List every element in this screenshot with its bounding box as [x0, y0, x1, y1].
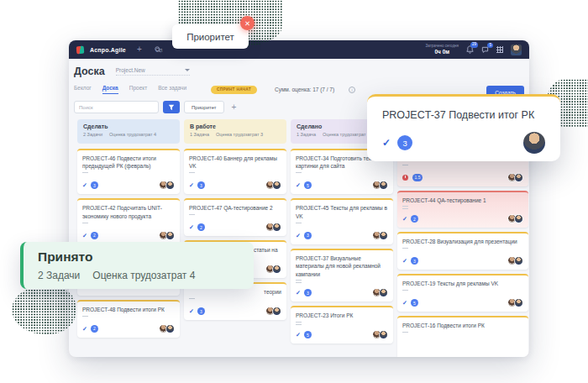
tab-board[interactable]: Доска — [102, 85, 118, 94]
apps-grid-icon[interactable] — [496, 46, 503, 53]
column-task-count: 1 Задача — [190, 132, 209, 137]
assignee-avatars — [265, 265, 281, 274]
add-filter-icon[interactable]: + — [232, 103, 237, 112]
tab-backlog[interactable]: Беклог — [74, 85, 92, 94]
task-card[interactable]: PROJECT-46 Подвести итоги предыдущей РК … — [77, 149, 180, 194]
funnel-icon — [168, 104, 175, 111]
page-title: Доска — [74, 66, 105, 77]
column-estimate: Оценка трудозатрат 4 — [109, 132, 156, 137]
nav-menu-item-partial[interactable]: Сп — [155, 47, 162, 53]
assignee-avatars — [265, 223, 281, 232]
task-card[interactable]: PROJECT-23 Итоги РК✓5 — [291, 306, 393, 344]
top-navbar: Аспро.Agile + Сп Затрачено сегодня 0ч 0м… — [69, 40, 529, 59]
assignee-avatars — [507, 256, 523, 265]
board-column: Сделать2 ЗадачиОценка трудозатрат 4PROJE… — [77, 119, 180, 342]
priority-filter-chip[interactable]: Приоритет — [184, 101, 224, 113]
task-title: PROJECT-23 Итоги РК — [296, 312, 388, 319]
tab-project[interactable]: Проект — [129, 85, 147, 94]
task-title: PROJECT-37 Подвести итог РК — [382, 109, 545, 121]
description-icon — [189, 172, 195, 176]
sprint-status-badge: СПРИНТ НАЧАТ — [211, 86, 257, 94]
close-icon[interactable]: ✕ — [240, 16, 255, 30]
task-title: PROJECT-16 Подвести итоги РК — [402, 322, 523, 329]
description-icon — [296, 322, 302, 326]
avatar — [379, 231, 388, 240]
check-icon: ✓ — [82, 233, 87, 239]
estimate-badge: 3 — [197, 307, 205, 315]
task-card[interactable]: PROJECT-28 Визуализация для презентации✓… — [397, 232, 528, 270]
task-title: PROJECT-45 Тексты для рекламы в VK — [296, 204, 388, 220]
check-icon: ✓ — [402, 300, 407, 306]
check-icon: ✓ — [296, 233, 301, 239]
description-icon — [402, 206, 408, 210]
description-icon — [296, 172, 302, 176]
task-title: PROJECT-44 QA-тестирование 1 — [402, 197, 523, 204]
time-tracker: Затрачено сегодня 0ч 0м — [426, 44, 459, 55]
task-title: PROJECT-28 Визуализация для презентации — [402, 238, 523, 245]
check-icon: ✓ — [82, 326, 87, 332]
filter-button[interactable] — [163, 101, 180, 113]
time-tracker-label: Затрачено сегодня — [426, 44, 459, 49]
assignee-avatars — [372, 181, 388, 190]
description-icon — [189, 214, 195, 218]
task-title: PROJECT-47 QA-тестирование 2 — [189, 204, 281, 212]
assignee-avatars — [372, 288, 388, 297]
estimate-badge: 2 — [91, 232, 98, 239]
check-icon: ✓ — [296, 182, 301, 188]
task-card[interactable]: PROJECT-19 Тексты для рекламы VK✓5 — [397, 274, 528, 312]
description-icon — [82, 316, 88, 320]
column-name: В работе — [190, 123, 281, 129]
task-card[interactable]: PROJECT-37 Визуальные материалы для ново… — [291, 249, 393, 302]
assignee-avatars — [159, 231, 175, 240]
chat-badge: 5 — [487, 43, 493, 49]
avatar — [514, 214, 523, 223]
estimate-badge: 5 — [411, 299, 418, 307]
column-estimate: Оценка трудозатрат 4 — [92, 270, 195, 281]
task-card[interactable]: PROJECT-45 Тексты для рекламы в VK✓3 — [291, 198, 393, 244]
estimate-summary: Сумм. оценка: 17 (7 / 7) — [275, 87, 334, 92]
add-icon[interactable]: + — [137, 45, 142, 54]
task-title: PROJECT-48 Подвести итоги РК — [82, 306, 175, 313]
user-avatar[interactable] — [511, 45, 522, 55]
avatar — [165, 181, 175, 190]
task-card[interactable]: PROJECT-48 Подвести итоги РК✓2 — [77, 300, 180, 338]
task-card[interactable]: PROJECT-44 QA-тестирование 1✓2 — [397, 191, 528, 228]
overdue-clock-icon — [402, 175, 408, 181]
tab-all-tasks[interactable]: Все задачи — [158, 85, 186, 94]
check-icon: ✓ — [82, 182, 87, 188]
accepted-column-popup[interactable]: Принято 2 Задачи Оценка трудозатрат 4 — [20, 242, 254, 289]
column-task-count: 1 Задача — [297, 132, 316, 137]
avatar — [272, 223, 281, 232]
task-card[interactable]: PROJECT-16 Подвести итоги РК — [397, 316, 528, 357]
board-tabs: Беклог Доска Проект Все задачи СПРИНТ НА… — [74, 85, 524, 94]
task-title: PROJECT-37 Визуальные материалы для ново… — [296, 254, 388, 278]
notifications-badge: 29 — [470, 42, 478, 48]
column-task-count: 2 Задачи — [38, 270, 80, 281]
avatar — [514, 256, 523, 265]
avatar — [272, 265, 281, 274]
search-input[interactable] — [74, 101, 159, 113]
task-card-popup[interactable]: PROJECT-37 Подвести итог РК ✓ 3 — [367, 94, 560, 161]
task-title: PROJECT-19 Тексты для рекламы VK — [402, 280, 523, 287]
time-tracker-value: 0ч 0м — [426, 49, 459, 55]
chat-icon[interactable]: 5 — [481, 46, 489, 54]
project-select[interactable]: Project.New — [116, 67, 190, 76]
column-header[interactable]: Сделать2 ЗадачиОценка трудозатрат 4 — [77, 119, 180, 144]
avatar — [379, 330, 388, 339]
task-card[interactable]: PROJECT-47 QA-тестирование 2✓2 — [184, 198, 286, 236]
info-icon[interactable]: i — [349, 87, 355, 93]
chevron-down-icon — [185, 69, 190, 71]
avatar — [514, 298, 523, 307]
check-icon: ✓ — [189, 308, 194, 314]
column-name: Сделать — [83, 123, 174, 129]
assignee-avatars — [507, 214, 523, 223]
task-card[interactable]: PROJECT-40 Баннер для рекламы VK✓3 — [184, 149, 286, 194]
description-icon — [82, 223, 88, 227]
task-title: PROJECT-42 Подсчитать UNIT-экономику нов… — [82, 204, 175, 220]
column-header[interactable]: В работе1 ЗадачаОценка трудозатрат 3 — [184, 119, 286, 144]
notifications-bell-icon[interactable]: 29 — [466, 45, 474, 54]
estimate-badge: 2 — [91, 325, 98, 333]
task-card[interactable]: PROJECT-42 Подсчитать UNIT-экономику нов… — [77, 198, 180, 244]
app-window: Аспро.Agile + Сп Затрачено сегодня 0ч 0м… — [69, 40, 529, 357]
column-task-count: 2 Задачи — [83, 132, 102, 137]
